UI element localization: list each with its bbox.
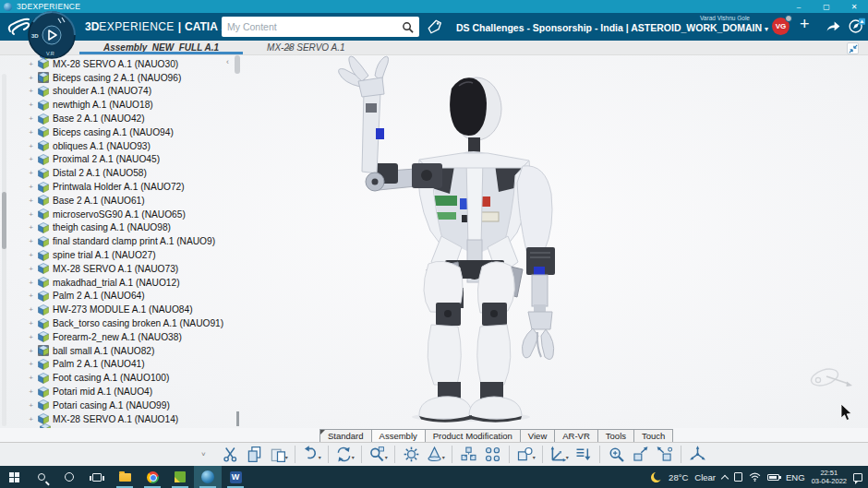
left-scrollbar-thumb[interactable] [2,192,6,249]
search-input[interactable] [222,21,402,32]
tag-icon[interactable] [426,18,443,35]
expand-node-button[interactable]: + [28,101,34,108]
expand-node-button[interactable]: + [28,375,34,381]
ribbon-tab[interactable]: Tools [597,429,634,442]
expand-node-button[interactable]: + [28,115,34,122]
explode-view-button[interactable]: ▾ [457,444,480,466]
expand-node-button[interactable]: + [28,388,34,395]
device-icon[interactable] [734,472,742,482]
expand-node-button[interactable]: + [28,197,34,204]
search-icon[interactable] [402,21,414,33]
expand-node-button[interactable]: + [28,184,34,190]
ribbon-tab[interactable]: Standard [319,429,372,442]
tree-row[interactable]: + Distal 2 A.1 (NAUO58) [28,166,235,180]
reorder-tree-button[interactable]: ▾ [572,444,595,466]
insert-component-button[interactable]: ▾ [514,444,537,466]
weather-moon-icon[interactable] [650,471,662,483]
clock[interactable]: 22:51 03-04-2022 [812,469,847,486]
help-compass-icon[interactable] [848,18,865,35]
tree-row[interactable]: + MX-28 SERVO A.1 (NAUO73) [28,262,235,276]
3d-viewport[interactable]: ‹ + MX-28 SERVO A.1 (NAUO30) + Biceps [0,55,868,428]
tree-row[interactable]: + Biceps casing A.1 (NAUO94) [28,125,235,139]
expand-node-button[interactable]: + [28,292,34,299]
chrome-button[interactable] [139,466,166,488]
expand-node-button[interactable]: + [28,238,34,244]
update-assembly-button[interactable]: ▾ [400,444,423,466]
expand-node-button[interactable]: + [28,211,34,218]
tree-row[interactable]: + Palm 2 A.1 (NAUO41) [28,358,235,372]
tree-row[interactable]: + spine trial A.1 (NAUO27) [28,248,235,262]
left-scrollbar-track[interactable] [2,74,6,426]
dropdown-caret[interactable]: ▾ [319,454,321,460]
update-cycle-button[interactable]: ▾ [333,444,356,466]
tree-row[interactable]: + makadhad_trial A.1 (NAUO12) [28,276,235,290]
tree-row[interactable]: + ball small A.1 (NAUO82) [28,344,235,358]
expand-node-button[interactable]: + [28,266,34,272]
taskbar-search-button[interactable] [28,466,55,488]
tree-row[interactable]: + Forearm-2_new A.1 (NAUO38) [28,330,235,344]
minimize-button[interactable]: – [785,3,813,11]
tree-row[interactable]: + Proximal 2 A.1 (NAUO45) [28,153,235,167]
tree-row[interactable]: + Potari casing A.1 (NAUO99) [28,399,235,412]
ribbon-tab[interactable]: Touch [633,429,673,442]
tree-row[interactable]: + Palm 2 A.1 (NAUO64) [28,290,235,304]
search-3d-button[interactable]: ▾ [367,444,390,466]
wifi-icon[interactable] [749,472,761,482]
document-tab[interactable]: MX-28 SERVO A.1 [243,41,368,54]
weather-temp[interactable]: 28°C [669,472,688,482]
start-button[interactable] [0,466,28,488]
tree-row[interactable]: + MX-28 SERVO A.1 (NAUO30) [28,57,235,71]
expand-node-button[interactable]: + [28,416,34,423]
cut-button[interactable]: ▾ [219,444,242,466]
tree-row[interactable]: + Printwala Holder A.1 (NAUO72) [28,180,235,194]
expand-node-button[interactable]: + [28,320,34,327]
add-app-button[interactable]: + [800,15,810,34]
weather-condition[interactable]: Clear [694,472,716,482]
tree-row[interactable]: + Base 2 A.1 (NAUO61) [28,194,235,208]
tree-row[interactable]: + newthigh A.1 (NAUO18) [28,98,235,112]
dropdown-caret[interactable]: ▾ [533,454,536,460]
snap-part-button[interactable]: ▾ [653,444,676,466]
expand-node-button[interactable]: + [28,361,34,367]
3d-compass-widget[interactable]: 3D V.R [28,11,76,59]
tree-row[interactable]: + microservoSG90 A.1 (NAUO65) [28,208,235,221]
expand-node-button[interactable]: + [28,88,34,94]
dropdown-caret[interactable]: ▾ [566,454,569,460]
tree-row[interactable]: + Back_torso casing broken A.1 (NAUO91) [28,316,235,330]
tree-row[interactable]: + Base 2 A.1 (NAUO42) [28,112,235,125]
notes-app-button[interactable] [166,466,194,488]
expand-node-button[interactable]: + [28,75,34,81]
fit-window-icon[interactable] [847,42,859,54]
expand-node-button[interactable]: + [28,348,34,354]
tree-row[interactable]: + theigh casing A.1 (NAUO98) [28,221,235,235]
tray-expand-chevron-icon[interactable] [721,474,729,482]
expand-node-button[interactable]: + [28,252,34,258]
tree-row[interactable]: + Foot casing A.1 (NAUO100) [28,371,235,385]
paste-button[interactable]: ▾ [267,444,290,466]
ribbon-tab[interactable]: Assembly [371,429,426,442]
battery-icon[interactable] [767,474,779,481]
tree-row[interactable]: + shoulder A.1 (NAUO74) [28,85,235,99]
dropdown-caret[interactable]: ▾ [442,454,445,460]
ribbon-tab[interactable]: AR-VR [554,429,598,442]
tree-row[interactable]: + final standard clamp print A.1 (NAUO9) [28,234,235,248]
cortana-button[interactable] [55,466,83,488]
expand-node-button[interactable]: + [28,61,34,67]
copy-button[interactable]: ▾ [243,444,266,466]
expand-node-button[interactable]: + [28,156,34,162]
tree-scrollbar-thumb-bottom[interactable] [236,411,239,426]
expand-node-button[interactable]: + [28,306,34,313]
collab-space-selector[interactable]: DS Challenges - Sponsorship - India | AS… [456,22,768,33]
dropdown-caret[interactable]: ▾ [385,454,388,460]
expand-node-button[interactable]: + [28,129,34,136]
close-button[interactable]: ✕ [840,3,868,11]
action-center-icon[interactable] [853,473,862,482]
tree-row[interactable]: + HW-273 MODULE A.1 (NAUO84) [28,303,235,316]
expand-node-button[interactable]: + [28,224,34,231]
manipulation-button[interactable]: ▾ [424,444,447,466]
share-icon[interactable] [825,18,841,33]
kinematics-button[interactable]: ▾ [686,444,709,466]
tree-row[interactable]: + obliques A.1 (NAUO93) [28,139,235,153]
ribbon-tab[interactable]: View [520,429,555,442]
expand-node-button[interactable]: + [28,170,34,176]
